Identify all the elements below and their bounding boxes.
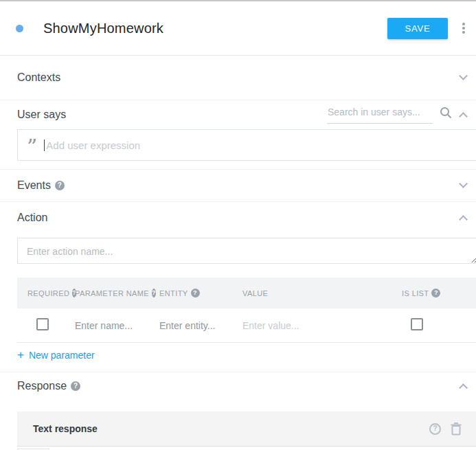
column-entity: ENTITY (149, 289, 232, 297)
search-icon[interactable] (440, 106, 452, 122)
action-section: Action REQUIRED PARAMETER NAME ENTITY VA… (0, 202, 476, 372)
chevron-up-icon[interactable] (459, 383, 468, 392)
new-parameter-label: New parameter (29, 350, 95, 361)
contexts-header[interactable]: Contexts (17, 56, 476, 100)
response-header[interactable]: Response (17, 372, 476, 400)
action-label: Action (17, 212, 47, 224)
parameters-table: REQUIRED PARAMETER NAME ENTITY VALUE IS … (17, 278, 476, 343)
help-icon[interactable] (191, 289, 200, 297)
response-section: Response Text response (0, 372, 476, 450)
column-is-list: IS LIST (392, 289, 476, 297)
is-list-checkbox[interactable] (411, 318, 423, 330)
events-header[interactable]: Events (17, 170, 476, 201)
intent-title[interactable]: ShowMyHomework (43, 21, 387, 36)
action-name-input[interactable] (17, 238, 476, 264)
chevron-down-icon[interactable] (459, 71, 468, 80)
user-says-section: User says ” Add user expression (0, 100, 476, 170)
help-outline-icon[interactable] (429, 423, 441, 435)
response-label: Response (17, 380, 67, 392)
search-input[interactable] (327, 106, 433, 124)
events-label: Events (17, 179, 51, 192)
parameters-header-row: REQUIRED PARAMETER NAME ENTITY VALUE IS … (17, 278, 476, 308)
user-says-label: User says (17, 109, 66, 121)
action-header[interactable]: Action (17, 202, 476, 234)
column-required: REQUIRED (17, 289, 65, 297)
intent-header: ShowMyHomework SAVE (0, 1, 476, 56)
user-expression-input[interactable]: ” Add user expression (17, 129, 476, 161)
intent-dot-icon (16, 25, 23, 32)
text-response-label: Text response (33, 423, 429, 434)
new-parameter-button[interactable]: + New parameter (17, 349, 95, 361)
contexts-label: Contexts (17, 71, 60, 84)
parameter-row (17, 308, 476, 343)
events-section: Events (0, 170, 476, 202)
contexts-section: Contexts (0, 56, 476, 100)
parameter-name-input[interactable] (65, 319, 145, 332)
entity-input[interactable] (149, 319, 228, 332)
expression-placeholder: Add user expression (46, 139, 140, 151)
help-icon[interactable] (431, 289, 440, 297)
column-parameter-name: PARAMETER NAME (65, 289, 149, 297)
text-response-bar: Text response (17, 412, 476, 447)
trash-icon[interactable] (451, 423, 462, 436)
quote-icon: ” (27, 144, 37, 150)
chevron-down-icon[interactable] (459, 179, 468, 188)
help-icon[interactable] (55, 181, 65, 190)
chevron-up-icon[interactable] (459, 112, 468, 121)
value-input[interactable] (232, 319, 383, 332)
plus-icon: + (17, 349, 24, 361)
user-says-search (327, 106, 460, 124)
user-says-header[interactable]: User says (17, 100, 476, 129)
save-button[interactable]: SAVE (387, 18, 448, 39)
kebab-menu-icon[interactable] (457, 18, 471, 39)
chevron-up-icon[interactable] (459, 215, 468, 224)
column-value: VALUE (232, 289, 392, 297)
text-caret (44, 139, 45, 151)
help-icon[interactable] (71, 381, 80, 391)
required-checkbox[interactable] (36, 318, 49, 330)
